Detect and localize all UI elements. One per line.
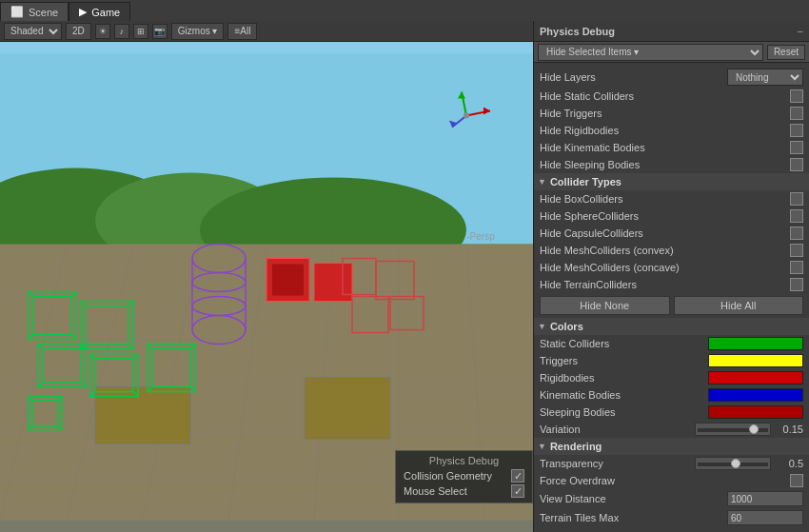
hide-triggers-checkbox[interactable] xyxy=(790,107,803,120)
hide-sphere-label: Hide SphereColliders xyxy=(540,210,790,222)
audio-icon[interactable]: ♪ xyxy=(114,24,129,39)
hide-sleeping-checkbox[interactable] xyxy=(790,158,803,171)
kinematic-color-swatch[interactable] xyxy=(708,388,803,402)
physics-debug-overlay-title: Physics Debug xyxy=(404,455,524,466)
reset-button[interactable]: Reset xyxy=(767,45,805,60)
hide-layers-row: Hide Layers Nothing xyxy=(534,67,809,88)
mouse-select-label: Mouse Select xyxy=(404,485,467,497)
scene-viewport: Shaded 2D ☀ ♪ ⊞ 📷 Gizmos ▾ ≡All xyxy=(0,21,533,532)
scene-view: -Persp Physics Debug xyxy=(0,42,533,532)
hide-kinematic-label: Hide Kinematic Bodies xyxy=(540,142,790,153)
hide-kinematic-checkbox[interactable] xyxy=(790,141,803,154)
hide-box-label: Hide BoxColliders xyxy=(540,193,790,205)
transparency-label: Transparency xyxy=(540,458,695,469)
tab-bar: ⬜ Scene ▶ Game xyxy=(0,0,809,21)
mouse-select-row: Mouse Select ✓ xyxy=(404,483,524,499)
hide-rigidbodies-checkbox[interactable] xyxy=(790,124,803,137)
hide-none-button[interactable]: Hide None xyxy=(540,296,670,315)
hide-triggers-label: Hide Triggers xyxy=(540,108,790,119)
hide-terrain-row: Hide TerrainColliders xyxy=(534,276,809,293)
hide-mesh-concave-label: Hide MeshColliders (concave) xyxy=(540,262,790,273)
collision-geometry-row: Collision Geometry ✓ xyxy=(404,468,524,483)
right-panel: Physics Debug − Hide Selected Items ▾ Re… xyxy=(533,21,809,532)
variation-slider[interactable] xyxy=(695,423,771,436)
hide-static-checkbox[interactable] xyxy=(790,89,803,103)
force-overdraw-row: Force Overdraw xyxy=(534,472,809,489)
shading-select[interactable]: Shaded xyxy=(4,23,62,40)
hide-static-label: Hide Static Colliders xyxy=(540,90,790,102)
triggers-color-swatch[interactable] xyxy=(708,354,803,367)
hide-kinematic-row: Hide Kinematic Bodies xyxy=(534,139,809,156)
sleeping-color-row: Sleeping Bodies xyxy=(534,404,809,421)
panel-minimize-icon[interactable]: − xyxy=(798,26,803,37)
static-color-row: Static Colliders xyxy=(534,335,809,352)
effects-icon[interactable]: ⊞ xyxy=(133,24,148,39)
force-overdraw-label: Force Overdraw xyxy=(540,475,790,486)
all-button[interactable]: ≡All xyxy=(227,23,257,40)
kinematic-color-row: Kinematic Bodies xyxy=(534,386,809,404)
hide-mesh-convex-label: Hide MeshColliders (convex) xyxy=(540,245,790,256)
terrain-tiles-input[interactable] xyxy=(727,510,803,525)
variation-label: Variation xyxy=(540,424,695,435)
gizmos-button[interactable]: Gizmos ▾ xyxy=(171,23,225,40)
hide-box-row: Hide BoxColliders xyxy=(534,190,809,207)
svg-text:-Persp: -Persp xyxy=(466,231,495,242)
mouse-select-checkbox[interactable]: ✓ xyxy=(511,484,524,498)
view-distance-input[interactable] xyxy=(727,491,803,506)
hide-sleeping-label: Hide Sleeping Bodies xyxy=(540,159,790,170)
transparency-value: 0.5 xyxy=(775,458,803,469)
static-color-swatch[interactable] xyxy=(708,337,803,350)
svg-rect-18 xyxy=(305,378,390,440)
hide-triggers-row: Hide Triggers xyxy=(534,105,809,122)
svg-point-75 xyxy=(464,113,469,119)
camera-icon[interactable]: 📷 xyxy=(152,24,168,39)
panel-title: Physics Debug xyxy=(540,26,794,37)
rendering-section[interactable]: ▼ Rendering xyxy=(534,438,809,455)
svg-rect-56 xyxy=(272,265,304,296)
rigidbodies-color-swatch[interactable] xyxy=(708,371,803,384)
hide-layers-select[interactable]: Nothing xyxy=(727,69,803,86)
hide-layers-value: Nothing xyxy=(727,69,803,86)
transparency-slider[interactable] xyxy=(695,457,771,470)
hide-all-button[interactable]: Hide All xyxy=(674,296,804,315)
variation-slider-thumb[interactable] xyxy=(749,424,759,434)
force-overdraw-checkbox[interactable] xyxy=(790,474,803,487)
triggers-color-row: Triggers xyxy=(534,352,809,369)
collider-types-title: Collider Types xyxy=(550,176,622,187)
hide-box-checkbox[interactable] xyxy=(790,192,803,206)
collision-geometry-checkbox[interactable]: ✓ xyxy=(511,469,524,483)
hide-sphere-checkbox[interactable] xyxy=(790,209,803,223)
collider-types-arrow: ▼ xyxy=(538,177,546,187)
scene-tab-label: Scene xyxy=(29,7,58,18)
sleeping-color-swatch[interactable] xyxy=(708,405,803,419)
hide-static-row: Hide Static Colliders xyxy=(534,88,809,105)
tab-game[interactable]: ▶ Game xyxy=(69,2,130,21)
transparency-value-container: 0.5 xyxy=(695,457,803,470)
hide-capsule-row: Hide CapsuleColliders xyxy=(534,225,809,242)
light-icon[interactable]: ☀ xyxy=(95,24,110,39)
panel-toolbar: Hide Selected Items ▾ Reset xyxy=(534,42,809,63)
hide-rigidbodies-label: Hide Rigidbodies xyxy=(540,125,790,136)
content-area: Shaded 2D ☀ ♪ ⊞ 📷 Gizmos ▾ ≡All xyxy=(0,21,809,532)
physics-debug-overlay: Physics Debug Collision Geometry ✓ Mouse… xyxy=(395,450,533,503)
hide-selected-select[interactable]: Hide Selected Items ▾ xyxy=(538,44,763,61)
transparency-slider-thumb[interactable] xyxy=(731,459,740,468)
kinematic-color-label: Kinematic Bodies xyxy=(540,389,708,401)
tab-scene[interactable]: ⬜ Scene xyxy=(0,2,69,21)
hide-mesh-convex-checkbox[interactable] xyxy=(790,244,803,257)
hide-capsule-checkbox[interactable] xyxy=(790,227,803,240)
svg-rect-17 xyxy=(95,387,190,444)
variation-value-container: 0.15 xyxy=(695,423,803,436)
hide-terrain-checkbox[interactable] xyxy=(790,278,803,291)
variation-row: Variation 0.15 xyxy=(534,421,809,438)
hide-sleeping-row: Hide Sleeping Bodies xyxy=(534,156,809,173)
2d-button[interactable]: 2D xyxy=(66,23,91,40)
hide-mesh-concave-checkbox[interactable] xyxy=(790,261,803,274)
colors-section[interactable]: ▼ Colors xyxy=(534,318,809,335)
collider-types-section[interactable]: ▼ Collider Types xyxy=(534,173,809,190)
hide-mesh-convex-row: Hide MeshColliders (convex) xyxy=(534,242,809,259)
game-tab-icon: ▶ xyxy=(79,6,87,18)
view-distance-row: View Distance xyxy=(534,489,809,508)
hide-capsule-label: Hide CapsuleColliders xyxy=(540,227,790,239)
game-tab-label: Game xyxy=(91,7,120,18)
